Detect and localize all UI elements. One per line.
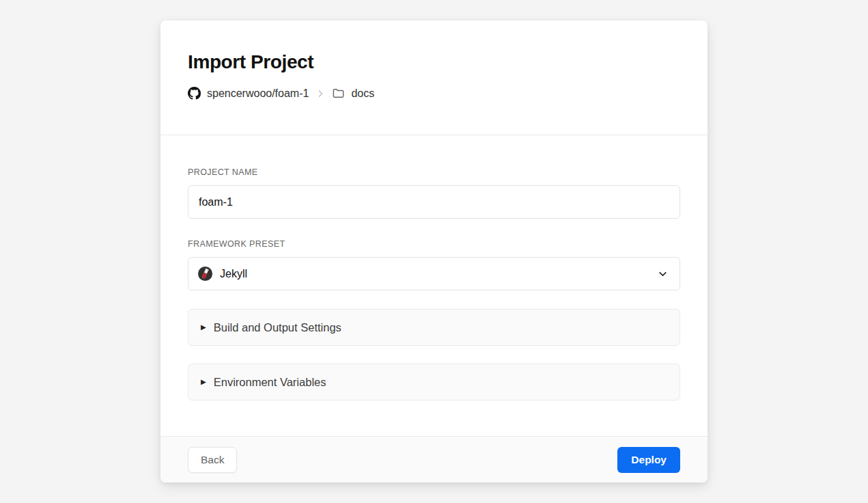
accordion-label: Environment Variables — [214, 376, 326, 389]
accordion-label: Build and Output Settings — [214, 321, 341, 334]
triangle-right-icon: ▶ — [201, 379, 206, 385]
import-project-card: Import Project spencerwooo/foam-1 docs — [160, 21, 708, 482]
breadcrumb-folder: docs — [351, 87, 374, 100]
accordion-build-output-settings[interactable]: ▶ Build and Output Settings — [188, 309, 680, 346]
project-name-label: PROJECT NAME — [188, 167, 680, 177]
framework-select-value: Jekyll — [220, 268, 650, 280]
accordion-environment-variables[interactable]: ▶ Environment Variables — [188, 364, 680, 400]
card-footer: Back Deploy — [160, 436, 708, 482]
folder-icon — [332, 87, 345, 100]
breadcrumb-repo: spencerwooo/foam-1 — [207, 87, 309, 100]
jekyll-icon — [197, 266, 213, 282]
deploy-button[interactable]: Deploy — [617, 447, 680, 473]
framework-preset-label: FRAMEWORK PRESET — [188, 239, 680, 249]
card-body: PROJECT NAME FRAMEWORK PRESET Jekyll — [160, 135, 708, 436]
framework-select[interactable]: Jekyll — [188, 257, 680, 290]
card-header: Import Project spencerwooo/foam-1 docs — [160, 21, 708, 135]
chevron-right-icon — [315, 88, 326, 99]
triangle-right-icon: ▶ — [201, 324, 206, 331]
back-button[interactable]: Back — [188, 447, 237, 473]
breadcrumb: spencerwooo/foam-1 docs — [188, 87, 680, 100]
chevron-down-icon — [657, 268, 669, 280]
project-name-input[interactable] — [188, 185, 680, 219]
page-title: Import Project — [188, 51, 680, 73]
github-icon — [188, 87, 201, 100]
